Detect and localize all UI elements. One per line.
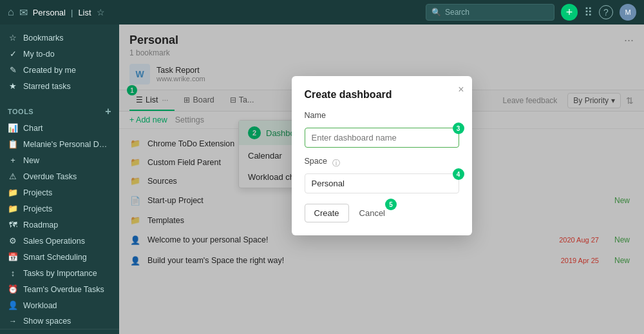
sidebar-label-tasksimportance: Tasks by Importance <box>23 269 97 278</box>
nav-title: Personal <box>33 8 66 17</box>
step-4: 4 <box>453 168 464 180</box>
nav-right: 🔍 Search + ⠿ ? M <box>426 4 636 21</box>
sidebar-item-projects1[interactable]: 📁 Projects <box>0 184 119 201</box>
sidebar-item-smartsched[interactable]: 📅 Smart Scheduling <box>0 249 119 265</box>
sidebar-label-chart: Chart <box>23 124 43 133</box>
search-bar[interactable]: 🔍 Search <box>426 4 554 21</box>
salesops-icon: ⚙ <box>8 236 18 246</box>
modal-overlay: Create dashboard × Name 3 Space ⓘ Person… <box>119 25 644 334</box>
showspaces-icon: → <box>8 317 18 326</box>
nav-subtitle: List <box>78 8 91 17</box>
sidebar-label-smartsched: Smart Scheduling <box>23 253 87 262</box>
chart-icon: 📊 <box>8 123 18 133</box>
add-button[interactable]: + <box>561 4 578 21</box>
nav-left: ⌂ ✉ Personal | List ☆ <box>8 6 421 19</box>
sidebar-item-bookmarks[interactable]: ☆ Bookmarks <box>0 30 119 46</box>
apps-icon[interactable]: ⠿ <box>584 5 592 19</box>
tasksimportance-icon: ↕ <box>8 268 18 278</box>
cancel-button[interactable]: Cancel <box>354 204 390 222</box>
workload-icon: 👤 <box>8 300 18 310</box>
home-icon[interactable]: ⌂ <box>8 6 14 18</box>
smartsched-icon: 📅 <box>8 252 18 262</box>
projects2-icon: 📁 <box>8 204 18 213</box>
sidebar-item-new[interactable]: + New <box>0 152 119 168</box>
sidebar-label-overdue: Overdue Tasks <box>23 172 77 181</box>
new-icon: + <box>8 155 18 165</box>
search-placeholder: Search <box>445 8 469 17</box>
main-layout: ☆ Bookmarks ✓ My to-do ✎ Created by me ★… <box>0 25 644 334</box>
step-3: 3 <box>453 123 464 134</box>
create-button[interactable]: Create <box>305 204 349 222</box>
create-dashboard-modal: Create dashboard × Name 3 Space ⓘ Person… <box>292 76 472 235</box>
modal-title: Create dashboard <box>305 89 459 101</box>
sidebar-label-projects2: Projects <box>23 204 52 213</box>
projects1-icon: 📁 <box>8 188 18 197</box>
sidebar-item-workload[interactable]: 👤 Workload <box>0 297 119 313</box>
sidebar-label-teamoverdue: Team's Overdue Tasks <box>23 285 104 294</box>
sidebar-item-starredtasks[interactable]: ★ Starred tasks <box>0 78 119 94</box>
avatar[interactable]: M <box>620 4 636 21</box>
sidebar-label-salesops: Sales Operations <box>23 237 85 246</box>
space-value: Personal <box>312 179 345 188</box>
space-field[interactable]: Personal <box>305 173 459 193</box>
sidebar-label-createdbyme: Created by me <box>23 66 76 75</box>
sidebar-item-overdue[interactable]: ⚠ Overdue Tasks <box>0 168 119 184</box>
sidebar-label-roadmap: Roadmap <box>23 221 58 230</box>
space-label: Space <box>305 157 327 166</box>
sidebar-item-mytodo[interactable]: ✓ My to-do <box>0 46 119 62</box>
top-nav: ⌂ ✉ Personal | List ☆ 🔍 Search + ⠿ ? M <box>0 0 644 25</box>
mail-icon[interactable]: ✉ <box>19 6 28 19</box>
dashboard-name-input[interactable] <box>305 128 459 148</box>
sidebar-item-roadmap[interactable]: 🗺 Roadmap <box>0 217 119 233</box>
sidebar-item-projects2[interactable]: 📁 Projects <box>0 201 119 217</box>
sidebar-label-mytodo: My to-do <box>23 50 55 59</box>
sidebar-item-showspaces[interactable]: → Show spaces <box>0 313 119 329</box>
help-icon[interactable]: ? <box>599 5 613 19</box>
sidebar-item-salesops[interactable]: ⚙ Sales Operations <box>0 233 119 249</box>
sidebar-label-showspaces: Show spaces <box>23 317 71 326</box>
tools-add-icon[interactable]: + <box>105 106 111 117</box>
dashboard-icon: 📋 <box>8 139 18 149</box>
sidebar-item-createdbyme[interactable]: ✎ Created by me <box>0 62 119 78</box>
info-icon: ⓘ <box>332 158 340 169</box>
step-5: 5 <box>385 199 397 210</box>
sidebar-item-dashboard[interactable]: 📋 Melanie's Personal Dashboa... <box>0 136 119 152</box>
starredtasks-icon: ★ <box>8 81 18 91</box>
sidebar-item-teamoverdue[interactable]: ⏰ Team's Overdue Tasks <box>0 281 119 297</box>
sidebar-item-chart[interactable]: 📊 Chart <box>0 120 119 136</box>
tools-section: Tools + <box>0 99 119 120</box>
sidebar-label-starredtasks: Starred tasks <box>23 82 71 91</box>
sidebar: ☆ Bookmarks ✓ My to-do ✎ Created by me ★… <box>0 25 119 334</box>
search-icon: 🔍 <box>431 8 441 17</box>
teamoverdue-icon: ⏰ <box>8 284 18 294</box>
sidebar-label-projects1: Projects <box>23 188 52 197</box>
createdbyme-icon: ✎ <box>8 65 18 75</box>
modal-close-button[interactable]: × <box>458 84 464 95</box>
sidebar-label-dashboard: Melanie's Personal Dashboa... <box>23 140 111 149</box>
bookmarks-icon: ☆ <box>8 33 18 43</box>
modal-buttons: Create Cancel 5 <box>305 204 459 222</box>
sidebar-label-workload: Workload <box>23 301 57 310</box>
overdue-icon: ⚠ <box>8 172 18 181</box>
content-area: Personal 1 bookmark ··· W Task Report ww… <box>119 25 644 334</box>
sidebar-label-bookmarks: Bookmarks <box>23 34 64 43</box>
nav-separator: | <box>71 8 73 17</box>
name-label: Name <box>305 111 326 120</box>
roadmap-icon: 🗺 <box>8 220 18 230</box>
sidebar-item-tasksbyimportance[interactable]: ↕ Tasks by Importance <box>0 265 119 281</box>
nav-star-icon[interactable]: ☆ <box>97 7 105 17</box>
mytodo-icon: ✓ <box>8 49 18 59</box>
sidebar-label-new: New <box>23 156 39 165</box>
